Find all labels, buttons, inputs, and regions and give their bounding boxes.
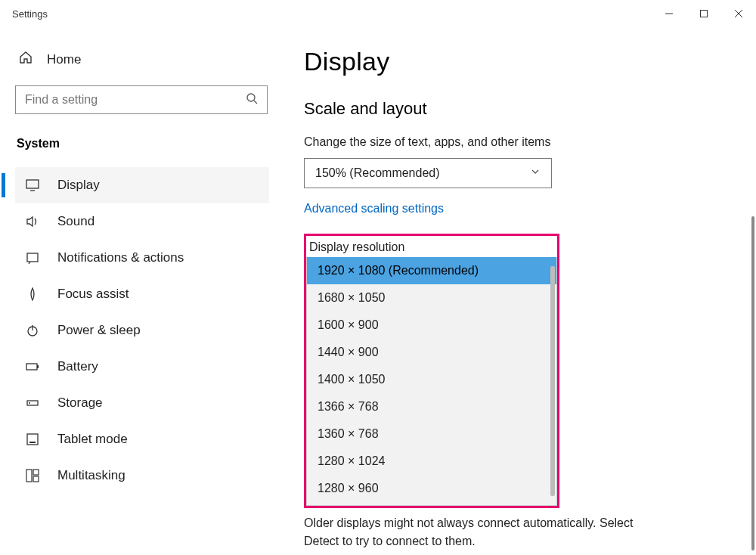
section-title-scale-layout: Scale and layout [304,99,738,119]
main-scrollbar[interactable] [751,216,754,550]
svg-rect-1 [701,11,708,17]
svg-rect-17 [26,470,32,482]
sidebar-item-power-sleep[interactable]: Power & sleep [15,312,269,349]
maximize-button[interactable] [686,0,721,27]
svg-point-14 [29,402,30,404]
sidebar-item-label: Notifications & actions [57,250,269,265]
sidebar-item-label: Display [57,178,269,193]
search-input[interactable] [16,93,267,107]
notifications-icon [24,250,41,265]
resolution-option[interactable]: 1920 × 1080 (Recommended) [307,257,556,284]
tablet-icon [24,432,41,447]
svg-point-4 [247,94,255,101]
resolution-option[interactable]: 1440 × 900 [307,339,556,366]
sidebar-item-tablet-mode[interactable]: Tablet mode [15,421,269,457]
resolution-option[interactable]: 1400 × 1050 [307,366,556,393]
search-input-container[interactable] [15,85,268,114]
resolution-option[interactable]: 1360 × 768 [307,420,556,448]
sidebar-item-label: Focus assist [57,287,269,302]
scale-dropdown-value: 150% (Recommended) [315,166,440,180]
home-button[interactable]: Home [15,47,269,72]
category-label: System [15,129,269,167]
resolution-option[interactable]: 1680 × 1050 [307,284,556,312]
svg-rect-18 [33,470,39,475]
svg-rect-19 [33,476,39,482]
advanced-scaling-link[interactable]: Advanced scaling settings [304,202,444,215]
resolution-dropdown-open[interactable]: 1920 × 1080 (Recommended) 1680 × 1050 16… [306,257,557,506]
scale-label: Change the size of text, apps, and other… [304,135,738,149]
sidebar-item-label: Battery [57,359,269,374]
focus-icon [24,287,41,302]
chevron-down-icon [530,166,541,180]
resolution-label: Display resolution [306,236,557,257]
search-icon [246,92,258,107]
home-icon [18,50,33,69]
sound-icon [24,214,41,229]
sidebar-item-sound[interactable]: Sound [15,203,269,240]
sidebar-item-notifications[interactable]: Notifications & actions [15,240,269,276]
page-title: Display [304,47,738,76]
home-label: Home [47,52,81,67]
sidebar-item-display[interactable]: Display [15,167,269,203]
sidebar-nav: Display Sound Notifications & actions Fo… [15,167,269,494]
resolution-option[interactable]: 1280 × 1024 [307,448,556,475]
scale-dropdown[interactable]: 150% (Recommended) [304,158,552,188]
resolution-scrollbar[interactable] [550,266,555,496]
svg-rect-16 [29,442,36,443]
sidebar-item-label: Multitasking [57,468,269,483]
detect-hint-text: Older displays might not always connect … [304,514,667,550]
sidebar-item-label: Sound [57,214,269,229]
resolution-highlight-box: Display resolution 1920 × 1080 (Recommen… [304,234,559,508]
sidebar-item-label: Tablet mode [57,432,269,447]
sidebar-item-storage[interactable]: Storage [15,385,269,421]
sidebar-item-focus-assist[interactable]: Focus assist [15,276,269,312]
sidebar-item-label: Storage [57,395,269,411]
resolution-option[interactable]: 1280 × 960 [307,475,556,502]
battery-icon [24,359,41,374]
sidebar-item-label: Power & sleep [57,323,269,338]
resolution-option[interactable]: 1600 × 900 [307,312,556,339]
close-button[interactable] [721,0,756,27]
minimize-button[interactable] [652,0,686,27]
svg-rect-12 [37,365,39,368]
power-icon [24,323,41,338]
svg-rect-6 [26,180,39,188]
sidebar-item-multitasking[interactable]: Multitasking [15,457,269,494]
display-icon [24,178,41,193]
svg-line-5 [254,101,257,104]
sidebar-item-battery[interactable]: Battery [15,349,269,385]
svg-rect-8 [27,253,38,262]
svg-rect-11 [26,364,37,370]
storage-icon [24,395,41,411]
window-title: Settings [12,8,48,20]
multitasking-icon [24,468,41,483]
resolution-option[interactable]: 1366 × 768 [307,393,556,420]
